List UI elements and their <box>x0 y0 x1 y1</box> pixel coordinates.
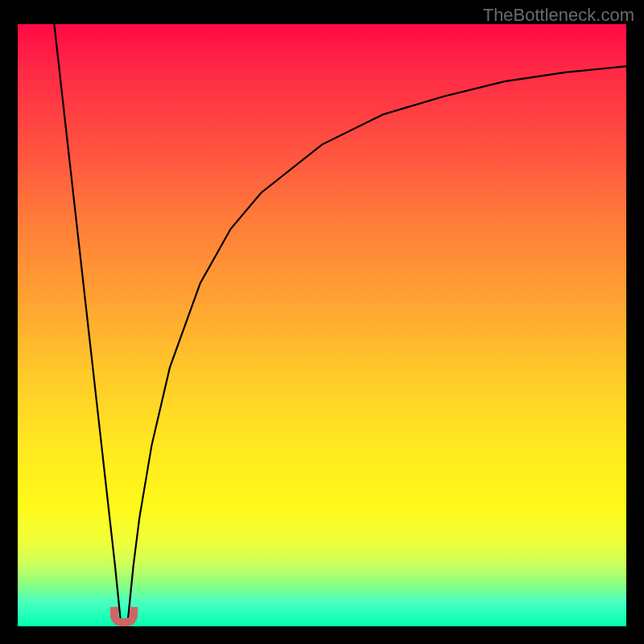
curve-right-branch <box>127 66 626 626</box>
watermark-text: TheBottleneck.com <box>483 5 634 26</box>
bottleneck-marker <box>110 607 138 626</box>
plot-area <box>18 24 626 626</box>
curve-left-branch <box>54 24 121 626</box>
curve-layer <box>18 24 626 626</box>
